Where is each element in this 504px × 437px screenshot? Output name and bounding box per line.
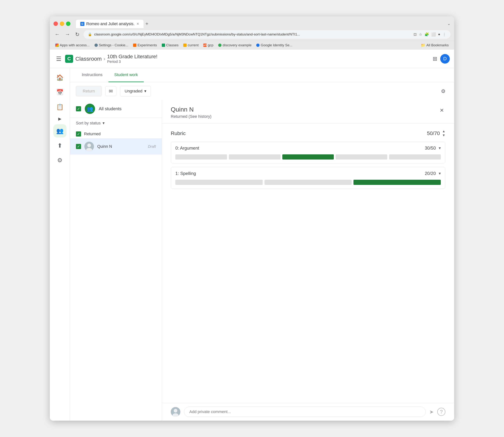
url-bar[interactable]: 🔒 classroom.google.com/u/0/c/NjEyMDI4ODI… (83, 30, 451, 39)
bookmark-all[interactable]: 📁 All Bookmarks (419, 42, 451, 48)
rubric-bar-4[interactable] (389, 154, 441, 159)
user-avatar[interactable]: D (440, 54, 450, 64)
score-down-icon: ▼ (442, 133, 445, 138)
hamburger-menu-icon[interactable]: ☰ (54, 53, 63, 64)
detail-student-name: Quinn N (171, 106, 438, 113)
rubric-bar-0[interactable] (175, 154, 227, 159)
all-students-checkbox[interactable]: ✓ (76, 106, 81, 111)
rubric-item-argument-expand-icon[interactable]: ▾ (439, 146, 441, 150)
rubric-argument-bars (171, 154, 445, 163)
student-status: Draft (148, 144, 156, 149)
tab-close-icon[interactable]: ✕ (136, 22, 139, 26)
bookmark-star-icon[interactable]: ☆ (419, 32, 422, 37)
menu-icon[interactable]: ⋮ (443, 32, 446, 37)
rubric-bar-s2[interactable] (353, 180, 441, 185)
student-avatar (84, 142, 94, 151)
sort-label: Sort by status (76, 121, 101, 126)
all-students-label: All students (99, 106, 121, 111)
rubric-item-spelling-score: 20/20 (425, 171, 436, 176)
sidebar-item-home[interactable]: 🏠 (53, 71, 67, 84)
email-button[interactable]: ✉ (105, 86, 116, 96)
comment-bar: ➤ ? (162, 403, 454, 421)
help-icon[interactable]: ? (437, 408, 445, 416)
app-container: ☰ C Classroom › 10th Grade Literature! P… (50, 50, 454, 421)
student-row[interactable]: ✓ Quinn N Draft (70, 138, 162, 155)
bookmark-settings[interactable]: Settings - Cookie... (93, 42, 130, 48)
detail-content: Rubric 50/70 ▲ ▼ 0: Argument (162, 123, 454, 403)
main-layout: 🏠 📅 📋 ▶ 👥 ⬆ ⚙ Instructions Student work (50, 68, 454, 421)
rubric-bar-1[interactable] (229, 154, 281, 159)
bookmark-favicon-gid (256, 44, 260, 47)
rubric-bar-s0[interactable] (175, 180, 263, 185)
send-comment-icon[interactable]: ➤ (429, 409, 433, 415)
bookmark-api[interactable]: API gcp (202, 42, 215, 48)
sidebar-item-calendar[interactable]: 📅 (53, 86, 67, 99)
rubric-title: Rubric (171, 130, 427, 136)
cast-icon[interactable]: ⊡ (413, 32, 417, 37)
rubric-score-stepper[interactable]: ▲ ▼ (442, 129, 445, 137)
sidebar-item-assignments[interactable]: 📋 (53, 100, 67, 114)
bookmark-apps[interactable]: Apps with access... (53, 42, 91, 48)
browser-tab-active[interactable]: G Romeo and Juliet analysis. ✕ (76, 20, 143, 28)
email-icon: ✉ (109, 88, 113, 94)
url-actions: ⊡ ☆ 🧩 ⬜ ● ⋮ (413, 32, 446, 37)
sidebar-item-people[interactable]: 👥 (53, 124, 67, 138)
rubric-bar-2[interactable] (282, 154, 334, 159)
bookmark-google-identity[interactable]: Google Identity Se... (254, 42, 294, 48)
comment-user-avatar (171, 407, 180, 417)
maximize-button[interactable] (66, 21, 71, 26)
returned-checkbox[interactable]: ✓ (76, 131, 81, 137)
bookmark-favicon-g (55, 44, 59, 47)
check-icon: ✓ (77, 144, 80, 149)
sidebar-item-settings[interactable]: ⚙ (53, 154, 67, 167)
bookmark-current[interactable]: current (181, 42, 200, 48)
student-name: Quinn N (97, 144, 145, 149)
rubric-bar-s1[interactable] (264, 180, 352, 185)
sidebar-expand-people[interactable]: ▶ (50, 115, 70, 123)
lock-icon: 🔒 (88, 32, 92, 36)
return-button[interactable]: Return (76, 86, 102, 96)
rubric-bar-3[interactable] (336, 154, 387, 159)
bookmarks-bar: Apps with access... Settings - Cookie...… (50, 41, 454, 50)
toolbar: Return ✉ Ungraded ▾ ⚙ (70, 82, 454, 100)
sidebar-item-upload[interactable]: ⬆ (53, 139, 67, 152)
apps-grid-icon[interactable]: ⊞ (433, 56, 437, 62)
new-tab-button[interactable]: + (144, 19, 150, 28)
comment-input[interactable] (184, 407, 426, 417)
classroom-icon: C (65, 55, 73, 63)
bookmark-favicon-disc (218, 44, 222, 47)
tabs-bar: Instructions Student work (70, 68, 454, 82)
tab-instructions[interactable]: Instructions (76, 68, 109, 82)
settings-button[interactable]: ⚙ (438, 86, 448, 96)
ungraded-dropdown[interactable]: Ungraded ▾ (120, 86, 151, 96)
folder-icon: 📁 (421, 43, 425, 47)
tab-student-work[interactable]: Student work (109, 68, 144, 82)
rubric-total-score: 50/70 (427, 130, 440, 136)
close-detail-icon[interactable]: ✕ (438, 106, 445, 115)
back-button[interactable]: ← (53, 30, 61, 38)
sort-row: Sort by status ▾ (70, 118, 162, 129)
rubric-item-spelling-expand-icon[interactable]: ▾ (439, 171, 441, 176)
forward-button[interactable]: → (64, 30, 71, 38)
bookmark-experiments[interactable]: Experiments (131, 42, 159, 48)
minimize-button[interactable] (60, 21, 64, 26)
detail-panel: Quinn N Returned (See history) ✕ Rubric … (162, 100, 454, 421)
returned-group-label: Returned (84, 132, 101, 136)
profile-icon[interactable]: ● (438, 32, 440, 37)
all-students-icon: 👥 (85, 104, 95, 114)
bookmark-discovery[interactable]: discovery example (216, 42, 253, 48)
dropdown-arrow-icon: ▾ (144, 89, 146, 94)
reload-button[interactable]: ↻ (74, 30, 81, 39)
status-group-returned: ✓ Returned (70, 129, 162, 138)
bookmark-api-label: gcp (208, 43, 213, 47)
close-button[interactable] (53, 21, 58, 26)
rubric-item-argument-score: 30/50 (425, 146, 436, 151)
extensions-icon[interactable]: 🧩 (424, 32, 429, 37)
all-students-row[interactable]: ✓ 👥 All students (70, 100, 162, 118)
panels: ✓ 👥 All students Sort by status ▾ (70, 100, 454, 421)
rubric-item-spelling-name: 1: Spelling (175, 171, 425, 176)
sort-dropdown-icon[interactable]: ▾ (102, 121, 105, 126)
bookmark-classes[interactable]: Classes (160, 42, 181, 48)
student-checkbox[interactable]: ✓ (76, 144, 81, 149)
split-view-icon[interactable]: ⬜ (431, 32, 436, 37)
